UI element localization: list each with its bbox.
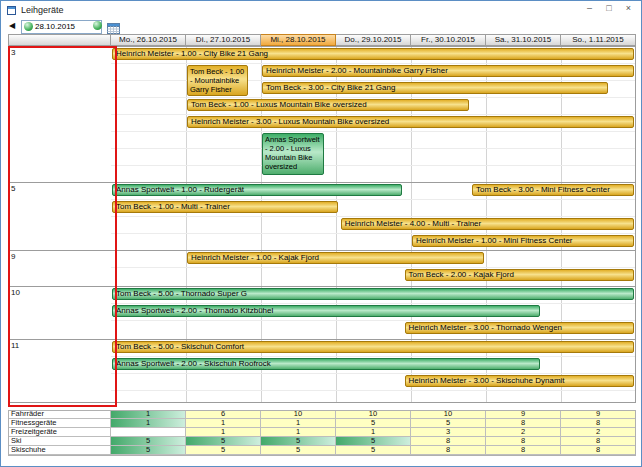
summary-cell: 5	[336, 446, 411, 455]
summary-cell: 5	[261, 446, 336, 455]
booking-bar[interactable]: Tom Beck - 3.00 - City Bike 21 Gang	[262, 82, 608, 94]
grid-line	[111, 373, 636, 374]
booking-bar[interactable]: Annas Sportwelt - 2.00 - Luxus Mountain …	[262, 133, 324, 175]
close-button[interactable]: ×	[620, 3, 637, 13]
booking-bar[interactable]: Annas Sportwelt - 2.00 - Skischuh Roofro…	[112, 358, 540, 370]
summary-cell: 8	[486, 437, 561, 446]
summary-cell: 1	[186, 428, 261, 437]
booking-bar[interactable]: Tom Beck - 1.00 - Multi - Trainer	[112, 201, 338, 213]
booking-bar[interactable]: Heinrich Meister - 1.00 - Kajak Fjord	[187, 252, 484, 264]
group-separator	[8, 250, 636, 251]
summary-cell: 8	[486, 446, 561, 455]
summary-row-label: Ski	[8, 437, 111, 446]
summary-cell: 8	[561, 437, 636, 446]
booking-bar[interactable]: Heinrich Meister - 3.00 - Luxus Mountain…	[187, 116, 634, 128]
summary-cell: 1	[261, 419, 336, 428]
day-header-6: So., 1.11.2015	[561, 34, 636, 46]
day-header-corner	[8, 34, 111, 46]
summary-cell	[111, 428, 186, 437]
window-controls: – □ ×	[581, 3, 637, 13]
summary-cell: 5	[111, 446, 186, 455]
day-header-5: Sa., 31.10.2015	[486, 34, 561, 46]
summary-cell: 9	[561, 410, 636, 419]
grid-line	[111, 165, 636, 166]
summary-cell: 2	[561, 428, 636, 437]
grid-line	[111, 114, 636, 115]
summary-cell: 8	[561, 419, 636, 428]
summary-cell: 1	[111, 410, 186, 419]
day-header-4: Fr., 30.10.2015	[411, 34, 486, 46]
group-separator	[8, 182, 636, 183]
summary-cell: 3	[411, 428, 486, 437]
summary-cell: 5	[336, 419, 411, 428]
nav-back-icon[interactable]	[24, 22, 33, 31]
day-header-0: Mo., 26.10.2015	[111, 34, 186, 46]
group-separator	[8, 286, 636, 287]
summary-cell: 5	[111, 437, 186, 446]
booking-bar[interactable]: Tom Beck - 5.00 - Skischuh Comfort	[112, 341, 634, 353]
booking-bar[interactable]: Tom Beck - 1.00 - Mountainbike Garry Fis…	[187, 65, 248, 96]
app-icon	[7, 6, 16, 15]
window-title: Leihgeräte	[21, 5, 64, 15]
grid-line	[111, 131, 636, 132]
booking-bar[interactable]: Tom Beck - 1.00 - Luxus Mountain Bike ov…	[187, 99, 469, 111]
grid-line	[111, 199, 636, 200]
booking-bar[interactable]: Heinrich Meister - 1.00 - City Bike 21 G…	[112, 48, 634, 60]
minimize-button[interactable]: –	[581, 3, 598, 13]
grid-line	[111, 63, 636, 64]
summary-row-label: Fitnessgeräte	[8, 419, 111, 428]
summary-cell: 2	[486, 428, 561, 437]
booking-bar[interactable]: Heinrich Meister - 3.00 - Thornado Wenge…	[405, 322, 635, 334]
booking-bar[interactable]: Tom Beck - 3.00 - Mini Fitness Center	[472, 184, 634, 196]
title-bar: Leihgeräte – □ ×	[1, 1, 641, 20]
booking-bar[interactable]: Tom Beck - 5.00 - Thornado Super G	[112, 288, 634, 300]
summary-cell: 8	[411, 437, 486, 446]
summary-cell: 9	[486, 410, 561, 419]
grid-line	[111, 356, 636, 357]
row-number: 10	[11, 288, 20, 297]
summary-cell: 5	[186, 437, 261, 446]
summary-cell: 5	[336, 437, 411, 446]
row-number: 11	[11, 341, 19, 350]
maximize-button[interactable]: □	[600, 3, 617, 13]
booking-bar[interactable]: Tom Beck - 2.00 - Kajak Fjord	[405, 269, 635, 281]
grid-line	[111, 390, 636, 391]
day-header-2: Mi., 28.10.2015	[261, 34, 336, 46]
grid-line	[111, 320, 636, 321]
booking-bar[interactable]: Heinrich Meister - 2.00 - Mountainbike G…	[262, 65, 634, 77]
nav-forward-icon[interactable]	[93, 21, 102, 30]
group-separator	[8, 339, 636, 340]
selected-column-highlight	[8, 46, 117, 407]
summary-cell: 10	[261, 410, 336, 419]
app-window: Leihgeräte – □ × ◀ 28.10.2015 Mo., 26	[0, 0, 642, 467]
summary-cell: 5	[261, 437, 336, 446]
booking-bar[interactable]: Annas Sportwelt - 1.00 - Rudergerät	[112, 184, 402, 196]
summary-cell: 8	[411, 446, 486, 455]
grid-line	[111, 216, 636, 217]
grid-line	[111, 233, 636, 234]
date-field[interactable]: 28.10.2015	[21, 20, 102, 34]
summary-cell: 1	[336, 428, 411, 437]
grid-line	[111, 303, 636, 304]
grid-line	[111, 148, 636, 149]
grid-line	[111, 97, 636, 98]
booking-bar[interactable]: Annas Sportwelt - 2.00 - Thornado Kitzbü…	[112, 305, 540, 317]
summary-cell: 1	[111, 419, 186, 428]
day-header-3: Do., 29.10.2015	[336, 34, 411, 46]
summary-cell: 5	[186, 446, 261, 455]
booking-bar[interactable]: Heinrich Meister - 1.00 - Mini Fitness C…	[412, 235, 634, 247]
booking-bar[interactable]: Heinrich Meister - 3.00 - Skischuhe Dyna…	[405, 375, 635, 387]
summary-row-label: Fahrräder	[8, 410, 111, 419]
summary-cell: 1	[186, 419, 261, 428]
toolbar: ◀ 28.10.2015	[1, 20, 641, 34]
summary-cell: 10	[336, 410, 411, 419]
summary-cell: 10	[411, 410, 486, 419]
summary-cell: 8	[486, 419, 561, 428]
summary-cell: 8	[561, 446, 636, 455]
summary-cell: 6	[186, 410, 261, 419]
summary-cell: 1	[261, 428, 336, 437]
booking-bar[interactable]: Heinrich Meister - 4.00 - Multi - Traine…	[341, 218, 634, 230]
grid-line	[111, 267, 636, 268]
prev-day-button[interactable]: ◀	[9, 21, 15, 30]
row-number: 5	[11, 184, 15, 193]
